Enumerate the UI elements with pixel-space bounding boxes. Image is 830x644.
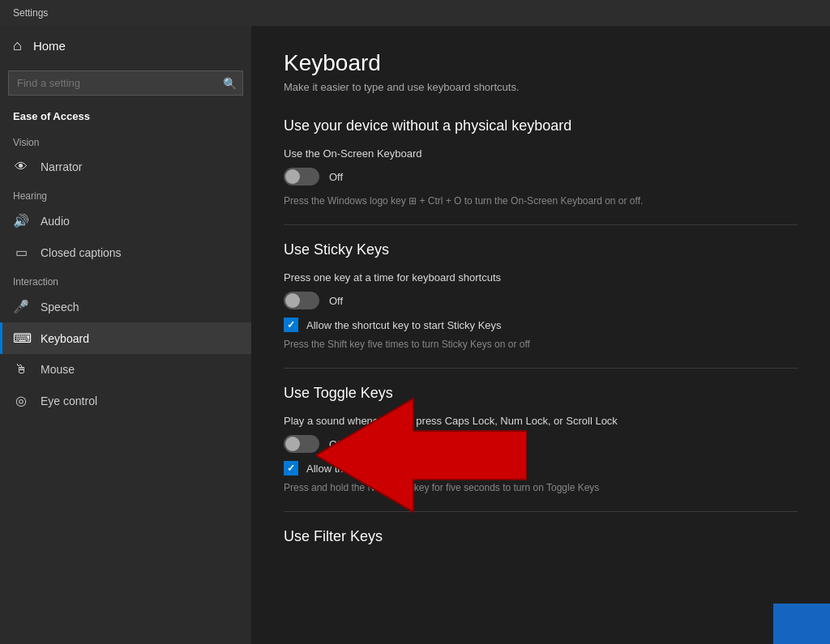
on-screen-keyboard-toggle-state: Off xyxy=(329,171,343,183)
hearing-section-label: Hearing xyxy=(0,182,251,205)
section-heading-on-screen-keyboard: Use your device without a physical keybo… xyxy=(284,117,798,134)
narrator-label: Narrator xyxy=(41,160,82,173)
on-screen-keyboard-toggle[interactable] xyxy=(284,168,319,186)
audio-label: Audio xyxy=(41,215,70,228)
bottom-right-accent xyxy=(773,603,830,644)
title-bar-label: Settings xyxy=(13,7,48,19)
sidebar-item-narrator[interactable]: 👁 Narrator xyxy=(0,151,251,182)
toggle-keys-toggle-knob xyxy=(285,437,300,451)
toggle-keys-toggle-row: Off xyxy=(284,435,798,453)
sidebar-item-closed-captions[interactable]: ▭ Closed captions xyxy=(0,237,251,268)
sticky-keys-label: Press one key at a time for keyboard sho… xyxy=(284,271,798,284)
page-title: Keyboard xyxy=(284,50,798,76)
keyboard-icon: ⌨ xyxy=(13,331,29,346)
sticky-keys-checkbox-label: Allow the shortcut key to start Sticky K… xyxy=(306,319,502,331)
search-input[interactable] xyxy=(8,70,243,96)
arrow-annotation xyxy=(316,382,527,528)
divider-3 xyxy=(284,511,798,512)
sidebar: ⌂ Home 🔍 Ease of Access Vision 👁 Narrato… xyxy=(0,26,251,644)
title-bar: Settings xyxy=(0,0,830,26)
sidebar-item-mouse[interactable]: 🖱 Mouse xyxy=(0,354,251,385)
sticky-keys-checkbox-row: Allow the shortcut key to start Sticky K… xyxy=(284,318,798,332)
section-heading-filter-keys: Use Filter Keys xyxy=(284,528,798,545)
sidebar-item-home[interactable]: ⌂ Home xyxy=(0,26,251,66)
toggle-keys-checkbox-label: Allow the shortcut key to start Toggle K… xyxy=(306,463,504,475)
narrator-icon: 👁 xyxy=(13,160,29,174)
closed-captions-label: Closed captions xyxy=(41,246,122,259)
mouse-icon: 🖱 xyxy=(13,362,29,377)
on-screen-keyboard-toggle-row: Off xyxy=(284,168,798,186)
toggle-keys-toggle-state: Off xyxy=(329,438,343,450)
toggle-keys-checkbox-row: Allow the shortcut key to start Toggle K… xyxy=(284,461,798,476)
eye-control-label: Eye control xyxy=(41,395,97,407)
sticky-keys-toggle[interactable] xyxy=(284,292,319,309)
sidebar-item-speech[interactable]: 🎤 Speech xyxy=(0,291,251,322)
toggle-keys-hint: Press and hold the Num Lock key for five… xyxy=(284,480,798,495)
content-area: Keyboard Make it easier to type and use … xyxy=(251,26,830,644)
search-icon: 🔍 xyxy=(223,77,237,90)
closed-captions-icon: ▭ xyxy=(13,245,29,260)
on-screen-keyboard-hint: Press the Windows logo key ⊞ + Ctrl + O … xyxy=(284,194,798,208)
mouse-label: Mouse xyxy=(41,363,75,376)
keyboard-label: Keyboard xyxy=(41,332,89,345)
divider-2 xyxy=(284,368,798,369)
home-icon: ⌂ xyxy=(13,37,22,54)
toggle-knob xyxy=(285,169,300,184)
on-screen-keyboard-label: Use the On-Screen Keyboard xyxy=(284,147,798,160)
sticky-keys-toggle-row: Off xyxy=(284,292,798,309)
eye-control-icon: ◎ xyxy=(13,393,29,408)
ease-of-access-label: Ease of Access xyxy=(0,104,251,129)
search-box: 🔍 xyxy=(8,70,243,96)
audio-icon: 🔊 xyxy=(13,213,29,228)
sticky-keys-hint: Press the Shift key five times to turn S… xyxy=(284,337,798,352)
sticky-keys-toggle-knob xyxy=(285,293,300,308)
main-container: ⌂ Home 🔍 Ease of Access Vision 👁 Narrato… xyxy=(0,26,830,644)
page-subtitle: Make it easier to type and use keyboard … xyxy=(284,81,798,93)
sticky-keys-checkbox[interactable] xyxy=(284,318,298,332)
sidebar-item-audio[interactable]: 🔊 Audio xyxy=(0,205,251,237)
sidebar-item-keyboard[interactable]: ⌨ Keyboard xyxy=(0,322,251,354)
sticky-keys-toggle-state: Off xyxy=(329,295,343,307)
section-heading-toggle-keys: Use Toggle Keys xyxy=(284,385,798,402)
section-heading-sticky-keys: Use Sticky Keys xyxy=(284,241,798,258)
home-label: Home xyxy=(33,39,66,53)
speech-icon: 🎤 xyxy=(13,299,29,314)
toggle-keys-checkbox[interactable] xyxy=(284,461,298,476)
vision-section-label: Vision xyxy=(0,129,251,151)
sidebar-item-eye-control[interactable]: ◎ Eye control xyxy=(0,385,251,416)
interaction-section-label: Interaction xyxy=(0,268,251,291)
divider-1 xyxy=(284,224,798,225)
toggle-keys-label: Play a sound whenever you press Caps Loc… xyxy=(284,415,798,427)
toggle-keys-toggle[interactable] xyxy=(284,435,319,453)
speech-label: Speech xyxy=(41,301,79,313)
